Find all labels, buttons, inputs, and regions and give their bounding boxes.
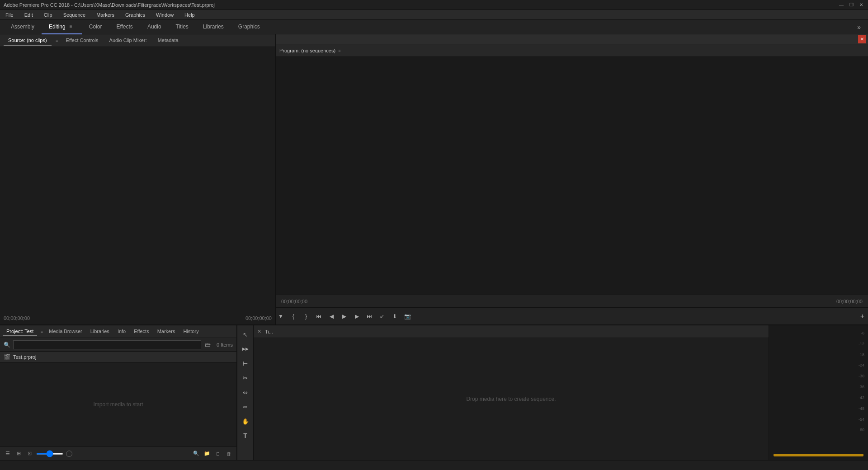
ruler-label-24: -24 xyxy=(859,363,864,367)
workspace-tab-titles[interactable]: Titles xyxy=(169,20,196,34)
workspace-tab-editing[interactable]: Editing ≡ xyxy=(42,20,82,34)
workspace-more-button[interactable]: » xyxy=(854,24,864,31)
project-item-count: 0 Items xyxy=(217,342,233,348)
status-bar xyxy=(0,460,868,470)
program-monitor-panel: ✕ Program: (no sequences) ≡ 00;00;00;00 … xyxy=(276,34,868,324)
play-button[interactable]: ▶ xyxy=(339,311,349,321)
insert-button[interactable]: ↙ xyxy=(377,311,387,321)
tools-panel: ↖ ▶▶ ⊢ ✂ ⇔ ✏ ✋ T xyxy=(237,325,254,460)
tab-info[interactable]: Info xyxy=(114,327,129,336)
go-to-out-button[interactable]: ⏭ xyxy=(364,311,374,321)
program-tab-label: Program: (no sequences) xyxy=(279,48,335,53)
title-bar-controls: — ❐ ✕ xyxy=(838,2,864,8)
zoom-slider[interactable] xyxy=(36,453,63,455)
tab-audio-clip-mixer[interactable]: Audio Clip Mixer: xyxy=(105,36,151,46)
tool-slip[interactable]: ⇔ xyxy=(239,386,252,399)
tab-media-browser[interactable]: Media Browser xyxy=(45,327,85,336)
tab-markers[interactable]: Markers xyxy=(154,327,179,336)
workspace-tab-assembly[interactable]: Assembly xyxy=(4,20,42,34)
timeline-close-button[interactable]: ✕ xyxy=(257,329,261,334)
mark-in-brace-button[interactable]: { xyxy=(288,311,298,321)
workspace-tab-graphics-ws[interactable]: Graphics xyxy=(231,20,267,34)
menu-sequence[interactable]: Sequence xyxy=(61,11,88,19)
menu-file[interactable]: File xyxy=(4,11,15,19)
tool-razor[interactable]: ✂ xyxy=(239,371,252,384)
tool-track-select[interactable]: ▶▶ xyxy=(239,343,252,355)
menu-bar: File Edit Clip Sequence Markers Graphics… xyxy=(0,10,868,20)
timeline-tab-label: Ti... xyxy=(265,329,273,334)
tab-metadata[interactable]: Metadata xyxy=(153,36,183,46)
new-item-btn[interactable]: 🗒 xyxy=(214,450,222,458)
tool-hand[interactable]: ✋ xyxy=(239,415,252,428)
ruler-panel: -6 -12 -18 -24 -30 -36 -42 -48 -54 -60 xyxy=(769,325,868,460)
view-icon-btn[interactable]: ⊡ xyxy=(25,450,33,458)
tab-history[interactable]: History xyxy=(179,327,202,336)
view-grid-btn[interactable]: ⊞ xyxy=(14,450,23,458)
workspace-tab-audio[interactable]: Audio xyxy=(140,20,169,34)
project-tab-menu-icon[interactable]: ≡ xyxy=(39,329,44,334)
tab-effects[interactable]: Effects xyxy=(130,327,152,336)
step-fwd-button[interactable]: ▶ xyxy=(352,311,362,321)
project-panel: Project: Test ≡ Media Browser Libraries … xyxy=(0,325,237,460)
workspace-tab-libraries[interactable]: Libraries xyxy=(196,20,231,34)
menu-window[interactable]: Window xyxy=(154,11,175,19)
menu-help[interactable]: Help xyxy=(183,11,197,19)
menu-clip[interactable]: Clip xyxy=(42,11,54,19)
drop-media-text: Drop media here to create sequence. xyxy=(466,396,556,402)
menu-markers[interactable]: Markers xyxy=(94,11,116,19)
playback-settings-btn[interactable] xyxy=(66,451,72,457)
tool-ripple-edit[interactable]: ⊢ xyxy=(239,357,252,370)
new-bin-btn[interactable]: 📁 xyxy=(203,450,211,458)
project-tab-bar: Project: Test ≡ Media Browser Libraries … xyxy=(0,325,236,338)
dialog-close-button[interactable]: ✕ xyxy=(858,35,866,43)
title-bar: Adobe Premiere Pro CC 2018 - C:\Users\XM… xyxy=(0,0,868,10)
source-tab-menu-icon[interactable]: ≡ xyxy=(54,38,60,43)
bottom-layout: Project: Test ≡ Media Browser Libraries … xyxy=(0,324,868,460)
timeline-panel: ✕ Ti... Drop media here to create sequen… xyxy=(254,325,769,460)
overwrite-button[interactable]: ⬇ xyxy=(390,311,400,321)
tool-selection[interactable]: ↖ xyxy=(239,328,252,341)
ruler-label-36: -36 xyxy=(859,385,864,389)
export-frame-button[interactable]: 📷 xyxy=(402,311,412,321)
project-folder-btn[interactable]: 🗁 xyxy=(204,341,212,349)
delete-btn[interactable]: 🗑 xyxy=(225,450,233,458)
restore-button[interactable]: ❐ xyxy=(848,2,854,8)
program-tab-menu-icon[interactable]: ≡ xyxy=(338,48,340,53)
tool-type[interactable]: T xyxy=(239,429,252,442)
ruler-label-30: -30 xyxy=(859,374,864,378)
source-monitor-area: 00;00;00;00 00;00;00;00 xyxy=(0,47,275,324)
workspace-bar: Assembly Editing ≡ Color Effects Audio T… xyxy=(0,20,868,34)
workspace-settings-icon[interactable]: ≡ xyxy=(67,23,75,30)
tab-project[interactable]: Project: Test xyxy=(3,327,37,336)
tab-libraries[interactable]: Libraries xyxy=(87,327,113,336)
timeline-tab-bar: ✕ Ti... xyxy=(254,325,769,338)
project-file-row[interactable]: 🎬 Test.prproj xyxy=(0,352,236,362)
go-to-in-button[interactable]: ⏮ xyxy=(314,311,324,321)
new-folder-btn[interactable]: 🔍 xyxy=(192,450,200,458)
tab-source[interactable]: Source: (no clips) xyxy=(4,36,52,46)
program-timecode-right[interactable]: 00;00;00;00 xyxy=(836,299,863,304)
source-timecode-right[interactable]: 00;00;00;00 xyxy=(245,315,272,321)
menu-edit[interactable]: Edit xyxy=(23,11,35,19)
title-bar-text: Adobe Premiere Pro CC 2018 - C:\Users\XM… xyxy=(4,2,215,8)
mark-in-button[interactable]: ▼ xyxy=(276,311,286,321)
source-timecode-left[interactable]: 00;00;00;00 xyxy=(4,315,30,321)
project-search-bar: 🔍 🗁 0 Items xyxy=(0,338,236,352)
mark-out-brace-button[interactable]: } xyxy=(301,311,311,321)
workspace-tab-color[interactable]: Color xyxy=(82,20,109,34)
project-search-input[interactable] xyxy=(13,340,201,349)
dialog-title-bar: ✕ xyxy=(276,34,868,44)
workspace-tab-effects[interactable]: Effects xyxy=(109,20,140,34)
view-list-btn[interactable]: ☰ xyxy=(4,450,12,458)
tab-effect-controls[interactable]: Effect Controls xyxy=(61,36,103,46)
menu-graphics[interactable]: Graphics xyxy=(123,11,147,19)
search-icon: 🔍 xyxy=(4,342,10,348)
step-back-button[interactable]: ◀ xyxy=(326,311,336,321)
minimize-button[interactable]: — xyxy=(838,2,844,8)
program-controls-bar: ▼ { } ⏮ ◀ ▶ ▶ ⏭ ↙ ⬇ 📷 + xyxy=(276,307,868,324)
program-add-button[interactable]: + xyxy=(860,312,864,320)
close-button[interactable]: ✕ xyxy=(858,2,864,8)
program-timecode-left[interactable]: 00;00;00;00 xyxy=(281,299,307,304)
ruler-label-42: -42 xyxy=(859,395,864,400)
tool-pen[interactable]: ✏ xyxy=(239,400,252,413)
